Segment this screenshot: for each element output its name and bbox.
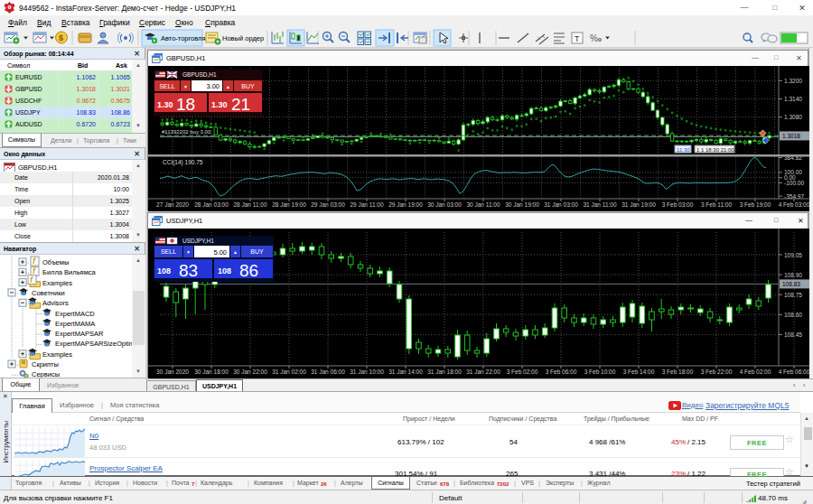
svg-text:3 Feb 06:00: 3 Feb 06:00 — [546, 369, 577, 375]
svg-text:ExpertMAMA: ExpertMAMA — [55, 320, 95, 328]
svg-text:Билла Вильямса: Билла Вильямса — [42, 268, 97, 276]
svg-text:31 Jan 14:00: 31 Jan 14:00 — [388, 369, 423, 375]
svg-text:T: T — [575, 34, 580, 43]
svg-text:ExpertMAPSAR: ExpertMAPSAR — [55, 330, 104, 338]
svg-text:109.05: 109.05 — [784, 252, 802, 258]
svg-text:$: $ — [59, 33, 63, 42]
svg-text:27 Jan 2020: 27 Jan 2020 — [156, 201, 189, 208]
svg-text:ExpertMACD: ExpertMACD — [55, 310, 95, 318]
svg-text:108.60: 108.60 — [784, 312, 802, 318]
svg-text:1 1 18:30 21:00: 1 1 18:30 21:00 — [696, 147, 734, 153]
svg-text:3 Feb 22:00: 3 Feb 22:00 — [701, 369, 733, 375]
svg-text:31 Jan 18:00: 31 Jan 18:00 — [427, 369, 462, 375]
svg-text:29 Jan 11:00: 29 Jan 11:00 — [350, 201, 383, 208]
svg-text:31 Jan 19:00: 31 Jan 19:00 — [621, 201, 656, 208]
svg-text:4 Feb 06:00: 4 Feb 06:00 — [779, 369, 809, 375]
svg-text:Examples: Examples — [42, 350, 72, 359]
svg-text:30 Jan 19:00: 30 Jan 19:00 — [505, 201, 539, 208]
svg-text:30 Jan 11:00: 30 Jan 11:00 — [466, 201, 500, 208]
svg-text:Советники: Советники — [32, 289, 65, 297]
svg-text:30 Jan 2020: 30 Jan 2020 — [156, 369, 189, 375]
svg-text:Авто-торговля: Авто-торговля — [161, 34, 206, 42]
svg-text:1.3200: 1.3200 — [784, 78, 802, 84]
svg-text:11:30: 11:30 — [677, 147, 690, 153]
svg-text:3 Feb 18:00: 3 Feb 18:00 — [662, 369, 694, 375]
svg-text:108.45: 108.45 — [784, 331, 802, 338]
svg-text:108.75: 108.75 — [784, 292, 802, 298]
svg-text:#11392202 buy 3.00: #11392202 buy 3.00 — [162, 129, 211, 135]
svg-text:-100.00: -100.00 — [784, 180, 804, 186]
svg-text:3 Feb 11:00: 3 Feb 11:00 — [701, 201, 733, 208]
svg-text:29 Jan 03:00: 29 Jan 03:00 — [311, 201, 345, 208]
svg-text:3 Feb 03:00: 3 Feb 03:00 — [662, 201, 694, 208]
svg-text:31 Jan 06:00: 31 Jan 06:00 — [311, 369, 345, 375]
svg-text:31 Jan 22:00: 31 Jan 22:00 — [466, 369, 500, 375]
svg-text:ExpertMAPSARSizeOptim: ExpertMAPSARSizeOptim — [55, 340, 134, 348]
svg-text:28 Jan 19:00: 28 Jan 19:00 — [272, 201, 306, 208]
svg-text:30 Jan 03:00: 30 Jan 03:00 — [427, 201, 462, 208]
svg-text:4 Feb 02:00: 4 Feb 02:00 — [740, 369, 771, 375]
svg-text:CCI(14) 190.75: CCI(14) 190.75 — [163, 159, 203, 166]
svg-text:Advisors: Advisors — [42, 299, 69, 307]
svg-text:Объемы: Объемы — [42, 258, 69, 266]
svg-text:1.3140: 1.3140 — [784, 96, 802, 102]
svg-text:108.90: 108.90 — [784, 272, 802, 278]
svg-text:31 Jan 03:00: 31 Jan 03:00 — [544, 201, 578, 208]
svg-text:31 Jan 11:00: 31 Jan 11:00 — [583, 201, 616, 208]
svg-text:1.3018: 1.3018 — [782, 133, 800, 139]
svg-text:108.83: 108.83 — [782, 281, 800, 287]
svg-text:Скрипты: Скрипты — [32, 360, 59, 369]
svg-text:30 Jan 18:00: 30 Jan 18:00 — [194, 369, 229, 375]
svg-text:3 Feb 19:00: 3 Feb 19:00 — [740, 201, 771, 208]
svg-text:1.3080: 1.3080 — [784, 114, 802, 120]
svg-text:31 Jan 02:00: 31 Jan 02:00 — [272, 369, 306, 375]
svg-text:31 Jan 10:00: 31 Jan 10:00 — [350, 369, 384, 375]
svg-text:Examples: Examples — [42, 279, 72, 287]
svg-text:28 Jan 11:00: 28 Jan 11:00 — [233, 201, 266, 208]
svg-text:4 Feb 03:00: 4 Feb 03:00 — [779, 201, 809, 208]
svg-text:3 Feb 10:00: 3 Feb 10:00 — [584, 369, 616, 375]
svg-text:%: % — [590, 33, 598, 43]
svg-text:3 Feb 14:00: 3 Feb 14:00 — [623, 369, 655, 375]
svg-text:29 Jan 19:00: 29 Jan 19:00 — [388, 201, 423, 208]
svg-text:28 Jan 03:00: 28 Jan 03:00 — [194, 201, 229, 208]
svg-text:30 Jan 22:00: 30 Jan 22:00 — [233, 369, 267, 375]
svg-text:Новый ордер: Новый ордер — [222, 34, 264, 42]
svg-text:3 Feb 02:00: 3 Feb 02:00 — [507, 369, 538, 375]
